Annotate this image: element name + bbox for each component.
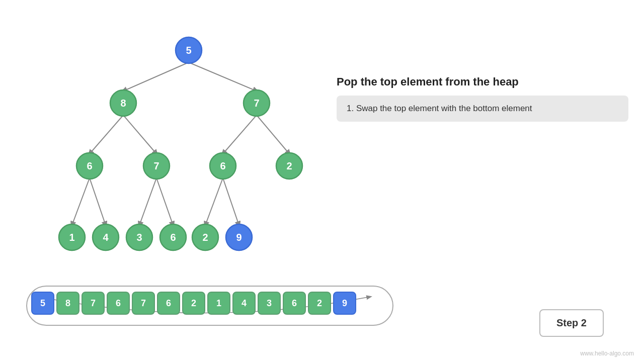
info-panel: Pop the top element from the heap 1. Swa… — [337, 75, 628, 122]
svg-line-6 — [72, 178, 90, 225]
svg-line-0 — [123, 62, 189, 91]
svg-line-5 — [257, 115, 289, 154]
array-cell-12: 9 — [333, 292, 356, 315]
array-cell-10: 6 — [283, 292, 306, 315]
svg-text:6: 6 — [220, 160, 225, 171]
panel-title: Pop the top element from the heap — [337, 75, 628, 88]
array-cell-8: 4 — [232, 292, 256, 315]
svg-text:2: 2 — [202, 232, 208, 243]
step-button[interactable]: Step 2 — [539, 309, 604, 337]
svg-line-9 — [156, 178, 173, 225]
svg-line-3 — [123, 115, 156, 154]
footer-text: www.hello-algo.com — [580, 350, 634, 357]
array-cell-5: 6 — [157, 292, 180, 315]
svg-line-2 — [90, 115, 123, 154]
svg-text:6: 6 — [170, 232, 176, 243]
svg-text:3: 3 — [136, 232, 142, 243]
svg-line-8 — [139, 178, 156, 225]
array-cell-7: 1 — [207, 292, 230, 315]
svg-text:6: 6 — [87, 160, 92, 171]
tree-diagram: 5876762143629 — [0, 0, 332, 282]
array-cell-11: 2 — [308, 292, 331, 315]
svg-text:9: 9 — [236, 232, 242, 243]
array-cells: 5876762143629 — [30, 292, 357, 315]
svg-text:2: 2 — [286, 160, 292, 171]
svg-text:4: 4 — [103, 232, 109, 243]
step-description: 1. Swap the top element with the bottom … — [337, 96, 628, 122]
array-cell-9: 3 — [258, 292, 281, 315]
array-cell-2: 7 — [82, 292, 105, 315]
array-cell-3: 6 — [107, 292, 130, 315]
svg-text:1: 1 — [69, 232, 74, 243]
array-cell-0: 5 — [31, 292, 54, 315]
svg-line-1 — [189, 62, 257, 91]
svg-text:7: 7 — [254, 98, 259, 109]
svg-text:8: 8 — [120, 98, 126, 109]
svg-text:7: 7 — [153, 160, 159, 171]
array-cell-6: 2 — [182, 292, 205, 315]
svg-line-4 — [223, 115, 257, 154]
array-display: 5876762143629 — [30, 292, 357, 315]
svg-line-7 — [90, 178, 106, 225]
array-container: 5876762143629 — [30, 292, 357, 315]
svg-text:5: 5 — [186, 45, 191, 56]
svg-line-11 — [223, 178, 239, 225]
array-cell-4: 7 — [132, 292, 155, 315]
svg-line-10 — [205, 178, 223, 225]
array-cell-1: 8 — [56, 292, 79, 315]
